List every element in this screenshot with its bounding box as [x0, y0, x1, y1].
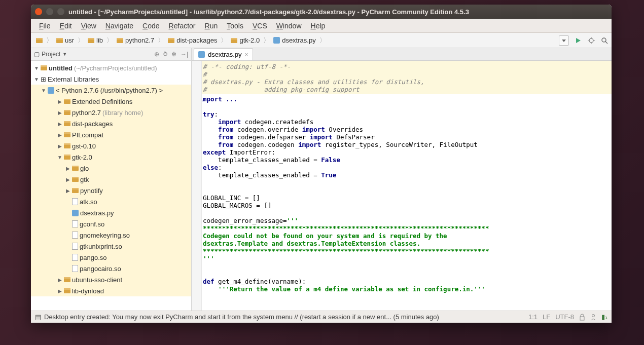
editor-tabbar[interactable]: dsextras.py × [192, 48, 612, 61]
chevron-right-icon[interactable]: ▶ [65, 177, 70, 182]
menubar[interactable]: FileEditViewNavigateCodeRefactorRunTools… [31, 19, 612, 33]
chevron-right-icon[interactable]: ▶ [57, 110, 62, 116]
settings-icon[interactable]: ✻ [171, 51, 176, 58]
debug-icon[interactable] [587, 36, 595, 45]
breadcrumb-label: dist-packages [176, 36, 217, 44]
run-config-combo[interactable] [559, 35, 569, 46]
breadcrumb-label: gtk-2.0 [239, 36, 260, 44]
tree-node[interactable]: gnomekeyring.so [31, 229, 191, 241]
chevron-down-icon[interactable]: ▼ [57, 155, 62, 160]
run-icon[interactable] [574, 36, 582, 45]
chevron-right-icon: 〉 [263, 36, 270, 45]
tree-node[interactable]: gtkunixprint.so [31, 241, 191, 252]
event-log-icon[interactable]: ▤ [35, 313, 41, 321]
python-file-icon [72, 210, 79, 216]
tree-node[interactable]: dsextras.py [31, 207, 191, 218]
tree-node[interactable]: ▼⊞ External Libraries [31, 73, 191, 85]
scroll-icon[interactable]: ⥁ [163, 51, 167, 58]
tree-node[interactable]: ▶ Extended Definitions [31, 96, 191, 107]
menu-refactor[interactable]: Refactor [165, 21, 200, 31]
breadcrumb-item[interactable]: dsextras.py [271, 36, 317, 45]
tree-node[interactable]: ▶ PILcompat [31, 129, 191, 140]
memory-indicator[interactable]: ▮₁ [601, 313, 607, 321]
tree-node[interactable]: ▼ < Python 2.7.6 (/usr/bin/python2.7) > [31, 85, 191, 96]
sidebar-title[interactable]: Project [42, 51, 60, 58]
chevron-down-icon[interactable]: ▼ [41, 88, 46, 93]
menu-navigate[interactable]: Navigate [101, 21, 137, 31]
hector-icon[interactable] [590, 314, 596, 321]
tree-hint: (library home) [102, 109, 143, 117]
chevron-right-icon[interactable]: ▶ [57, 143, 62, 149]
close-tab-icon[interactable]: × [244, 51, 248, 58]
tree-node[interactable]: pangocairo.so [31, 263, 191, 274]
cursor-position[interactable]: 1:1 [528, 313, 538, 321]
breadcrumb-item[interactable]: lib [86, 36, 105, 45]
file-icon [72, 254, 78, 261]
menu-code[interactable]: Code [138, 21, 163, 31]
encoding[interactable]: UTF-8 [555, 313, 574, 321]
tree-node[interactable]: pango.so [31, 252, 191, 263]
breadcrumb-item[interactable]: dist-packages [166, 36, 219, 45]
chevron-right-icon[interactable]: ▶ [57, 288, 62, 294]
tree-node[interactable]: ▶ gst-0.10 [31, 140, 191, 151]
chevron-right-icon[interactable]: ▶ [65, 166, 70, 171]
tree-label: untitled [49, 64, 73, 72]
tree-label: ubuntu-sso-client [72, 276, 122, 284]
sidebar-header: ▢ Project ▼ ⊕ ⥁ ✻ →| [31, 48, 191, 61]
project-tool-icon: ▢ [34, 51, 40, 58]
tree-label: Extended Definitions [72, 98, 132, 105]
breadcrumb-item[interactable] [34, 37, 45, 44]
tree-node[interactable]: ▶ gtk [31, 174, 191, 185]
chevron-right-icon[interactable]: ▶ [65, 188, 70, 194]
tree-label: dsextras.py [80, 209, 114, 217]
menu-edit[interactable]: Edit [56, 21, 76, 31]
line-ending[interactable]: LF [543, 313, 550, 321]
hide-icon[interactable]: →| [181, 51, 188, 58]
menu-run[interactable]: Run [201, 21, 222, 31]
tree-node[interactable]: ▼ untitled (~/PycharmProjects/untitled) [31, 62, 191, 73]
chevron-right-icon[interactable]: ▶ [57, 99, 62, 104]
code-editor[interactable]: # -*- coding: utf-8 -*- # # dsextras.py … [192, 61, 612, 311]
menu-view[interactable]: View [77, 21, 100, 31]
tree-node[interactable]: ▶ pynotify [31, 185, 191, 196]
tree-node[interactable]: ▶ gio [31, 163, 191, 174]
chevron-down-icon[interactable]: ▼ [34, 76, 39, 82]
breadcrumb-item[interactable]: python2.7 [115, 36, 156, 45]
chevron-down-icon[interactable]: ▼ [62, 52, 67, 57]
py-icon [273, 37, 280, 44]
breadcrumb-item[interactable]: gtk-2.0 [229, 36, 262, 45]
breadcrumb[interactable]: 〉usr〉lib〉python2.7〉dist-packages〉gtk-2.0… [34, 36, 327, 45]
tree-node[interactable]: ▶ dist-packages [31, 118, 191, 129]
menu-file[interactable]: File [35, 21, 55, 31]
tree-node[interactable]: ▼ gtk-2.0 [31, 151, 191, 163]
folder-icon [36, 38, 43, 43]
menu-vcs[interactable]: VCS [248, 21, 271, 31]
tree-node[interactable]: ▶ python2.7 (library home) [31, 107, 191, 118]
collapse-icon[interactable]: ⊕ [154, 51, 159, 58]
minimize-icon[interactable] [46, 8, 53, 15]
maximize-icon[interactable] [57, 8, 64, 15]
chevron-right-icon[interactable]: ▶ [57, 121, 62, 127]
menu-tools[interactable]: Tools [223, 21, 247, 31]
tree-node[interactable]: atk.so [31, 196, 191, 207]
tree-node[interactable]: ▶ lib-dynload [31, 285, 191, 296]
chevron-right-icon[interactable]: ▶ [57, 132, 62, 138]
project-tree[interactable]: ▼ untitled (~/PycharmProjects/untitled)▼… [31, 61, 191, 311]
lock-icon[interactable] [579, 314, 585, 321]
tree-node[interactable]: ▶ ubuntu-sso-client [31, 274, 191, 285]
menu-help[interactable]: Help [307, 21, 330, 31]
breadcrumb-item[interactable]: usr [54, 36, 76, 45]
status-message[interactable]: Desktop entry created: You may now exit … [44, 313, 439, 321]
chevron-right-icon[interactable]: ▶ [57, 277, 62, 283]
search-icon[interactable] [600, 36, 609, 45]
tree-label: gnomekeyring.so [80, 232, 130, 239]
titlebar[interactable]: untitled - [~/PycharmProjects/untitled] … [31, 5, 612, 19]
tree-label: atk.so [80, 198, 97, 206]
editor-tab[interactable]: dsextras.py × [194, 48, 253, 60]
close-icon[interactable] [35, 8, 42, 15]
menu-window[interactable]: Window [272, 21, 306, 31]
gutter[interactable] [192, 61, 202, 311]
folder-icon [64, 288, 70, 293]
tree-node[interactable]: gconf.so [31, 218, 191, 229]
chevron-down-icon[interactable]: ▼ [34, 65, 39, 71]
